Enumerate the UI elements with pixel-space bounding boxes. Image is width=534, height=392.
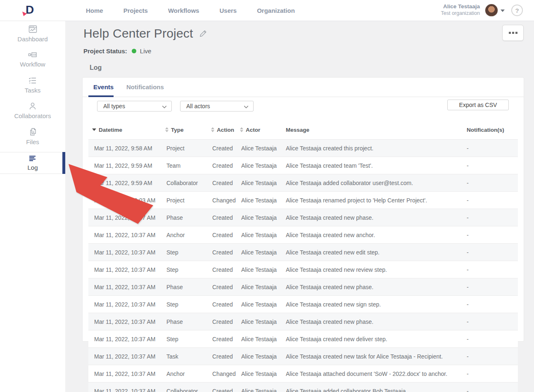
log-icon xyxy=(29,155,36,162)
user-name: Alice Testaaja xyxy=(441,3,480,10)
more-options-button[interactable] xyxy=(502,25,524,41)
cell-notifications: - xyxy=(467,162,518,169)
nav-item-projects[interactable]: Projects xyxy=(123,7,148,14)
cell-actor: Alice Testaaja xyxy=(241,284,286,290)
cell-actor: Alice Testaaja xyxy=(241,197,286,204)
sidebar-item-workflow[interactable]: Workflow xyxy=(0,47,65,72)
cell-datetime: Mar 11, 2022, 10:37 AM xyxy=(94,336,166,342)
log-card: Events Notifications All types All actor… xyxy=(82,77,524,342)
cell-message: Alice Testaaja created new phase. xyxy=(286,284,467,290)
column-header-action[interactable]: Action xyxy=(212,127,241,133)
cell-notifications: - xyxy=(467,180,518,186)
help-button[interactable]: ? xyxy=(511,5,523,16)
sidebar-item-label: Tasks xyxy=(25,87,40,94)
collaborators-icon xyxy=(28,102,37,110)
cell-actor: Alice Testaaja xyxy=(241,232,286,238)
cell-type: Anchor xyxy=(166,371,212,377)
column-header-type[interactable]: Type xyxy=(166,127,212,133)
table-body: Mar 11, 2022, 9:58 AM Project Created Al… xyxy=(88,139,518,392)
type-filter-select[interactable]: All types xyxy=(97,101,172,112)
cell-notifications: - xyxy=(467,371,518,377)
app-logo[interactable]: D xyxy=(21,3,38,17)
dashboard-icon xyxy=(28,25,37,33)
table-row[interactable]: Mar 11, 2022, 10:03 AM Project Changed A… xyxy=(88,192,518,209)
status-live-dot xyxy=(132,49,136,53)
cell-action: Changed xyxy=(212,197,241,204)
edit-pencil-icon[interactable] xyxy=(199,29,207,38)
cell-notifications: - xyxy=(467,388,518,392)
cell-notifications: - xyxy=(467,284,518,290)
table-row[interactable]: Mar 11, 2022, 10:37 AM Step Created Alic… xyxy=(88,244,518,261)
cell-type: Project xyxy=(166,145,212,152)
cell-notifications: - xyxy=(467,145,518,152)
cell-notifications: - xyxy=(467,266,518,273)
cell-action: Created xyxy=(212,388,241,392)
nav-item-users[interactable]: Users xyxy=(219,7,237,14)
table-row[interactable]: Mar 11, 2022, 10:37 AM Phase Created Ali… xyxy=(88,313,518,330)
sidebar-item-collaborators[interactable]: Collaborators xyxy=(0,98,65,124)
actor-filter-select[interactable]: All actors xyxy=(180,101,254,112)
sidebar-item-log[interactable]: Log xyxy=(0,152,65,174)
cell-actor: Alice Testaaja xyxy=(241,353,286,360)
table-row[interactable]: Mar 11, 2022, 9:59 AM Team Created Alice… xyxy=(88,157,518,174)
user-menu[interactable]: Alice Testaaja Test organization xyxy=(441,3,480,17)
cell-message: Alice Testaaja added collaborator user@t… xyxy=(286,180,467,186)
user-organization: Test organization xyxy=(441,10,480,17)
cell-notifications: - xyxy=(467,301,518,308)
cell-type: Collaborator xyxy=(166,388,212,392)
cell-action: Created xyxy=(212,162,241,169)
table-row[interactable]: Mar 11, 2022, 10:37 AM Step Created Alic… xyxy=(88,330,518,348)
app-screen: D HomeProjectsWorkflowsUsersOrganization… xyxy=(0,0,534,392)
column-header-actor[interactable]: Actor xyxy=(241,127,286,133)
cell-action: Changed xyxy=(212,371,241,377)
sidebar-item-tasks[interactable]: Tasks xyxy=(0,72,65,98)
table-row[interactable]: Mar 11, 2022, 10:37 AM Anchor Changed Al… xyxy=(88,365,518,382)
cell-notifications: - xyxy=(467,197,518,204)
cell-datetime: Mar 11, 2022, 9:59 AM xyxy=(94,162,166,169)
export-csv-button[interactable]: Export as CSV xyxy=(447,100,509,110)
cell-message: Alice Testaaja renamed project to 'Help … xyxy=(286,197,467,204)
table-row[interactable]: Mar 11, 2022, 10:37 AM Anchor Created Al… xyxy=(88,226,518,244)
column-header-message: Message xyxy=(286,127,467,133)
sidebar-item-dashboard[interactable]: Dashboard xyxy=(0,21,65,47)
column-header-datetime[interactable]: Datetime xyxy=(94,127,166,133)
sidebar-item-files[interactable]: Files xyxy=(0,124,65,149)
cell-actor: Alice Testaaja xyxy=(241,318,286,325)
ellipsis-icon xyxy=(509,32,511,34)
cell-notifications: - xyxy=(467,318,518,325)
nav-item-workflows[interactable]: Workflows xyxy=(168,7,199,14)
cell-message: Alice Testaaja created new deliver step. xyxy=(286,336,467,342)
table-row[interactable]: Mar 11, 2022, 10:37 AM Step Created Alic… xyxy=(88,261,518,278)
table-row[interactable]: Mar 11, 2022, 10:37 AM Step Created Alic… xyxy=(88,296,518,313)
table-row[interactable]: Mar 11, 2022, 10:37 AM Task Created Alic… xyxy=(88,348,518,365)
table-row[interactable]: Mar 11, 2022, 10:37 AM Collaborator Crea… xyxy=(88,382,518,392)
table-header-row: Datetime Type Action Actor Message xyxy=(88,120,518,139)
sort-icon xyxy=(240,127,243,132)
actor-filter-value: All actors xyxy=(186,103,210,109)
tab-notifications[interactable]: Notifications xyxy=(126,83,164,90)
cell-actor: Alice Testaaja xyxy=(241,266,286,273)
table-row[interactable]: Mar 11, 2022, 10:37 AM Phase Created Ali… xyxy=(88,278,518,296)
type-filter-value: All types xyxy=(103,103,125,109)
table-row[interactable]: Mar 11, 2022, 9:59 AM Collaborator Creat… xyxy=(88,174,518,192)
project-status-label: Project Status: xyxy=(83,48,127,55)
table-row[interactable]: Mar 11, 2022, 10:37 AM Phase Created Ali… xyxy=(88,209,518,226)
cell-actor: Alice Testaaja xyxy=(241,249,286,256)
chevron-down-icon[interactable] xyxy=(501,10,505,12)
cell-message: Alice Testaaja created this project. xyxy=(286,145,467,152)
cell-actor: Alice Testaaja xyxy=(241,145,286,152)
cell-action: Created xyxy=(212,336,241,342)
sidebar-item-label: Files xyxy=(26,138,39,145)
nav-item-organization[interactable]: Organization xyxy=(257,7,295,14)
cell-message: Alice Testaaja created new anchor. xyxy=(286,232,467,238)
table-row[interactable]: Mar 11, 2022, 9:58 AM Project Created Al… xyxy=(88,140,518,157)
cell-action: Created xyxy=(212,214,241,221)
avatar[interactable] xyxy=(485,4,498,17)
cell-datetime: Mar 11, 2022, 10:37 AM xyxy=(94,353,166,360)
nav-item-home[interactable]: Home xyxy=(86,7,103,14)
tab-events[interactable]: Events xyxy=(93,83,114,90)
cell-actor: Alice Testaaja xyxy=(241,162,286,169)
cell-datetime: Mar 11, 2022, 9:59 AM xyxy=(94,180,166,186)
cell-type: Step xyxy=(166,336,212,342)
cell-action: Created xyxy=(212,266,241,273)
